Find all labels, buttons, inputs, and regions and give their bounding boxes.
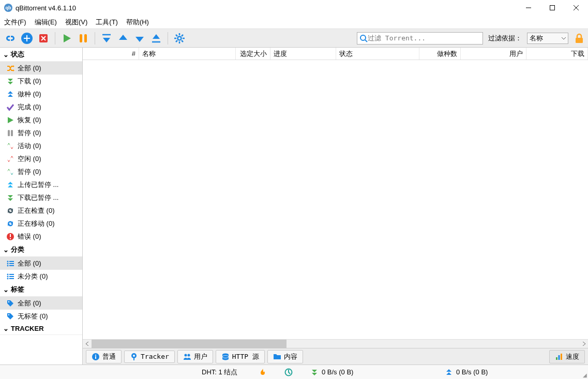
filter-input-container[interactable] — [357, 32, 483, 45]
status-firewall-icon[interactable] — [259, 368, 267, 376]
svg-point-45 — [133, 355, 135, 357]
tab-content[interactable]: 内容 — [267, 350, 303, 363]
status-dht[interactable]: DHT: 1 结点 — [202, 368, 237, 377]
sidebar-item-seeding[interactable]: 做种 (0) — [0, 88, 82, 100]
column-progress[interactable]: 进度 — [270, 48, 336, 60]
scrollbar-thumb[interactable] — [92, 340, 287, 348]
sidebar-item-label: 正在检查 (0) — [18, 206, 55, 215]
sidebar-item-label: 恢复 (0) — [18, 115, 41, 125]
column-name[interactable]: 名称 — [139, 48, 236, 60]
sidebar-item-label: 暂停 (0) — [18, 128, 41, 138]
sidebar-item-label: 完成 (0) — [18, 103, 41, 112]
menu-edit[interactable]: 编辑(E) — [35, 18, 57, 27]
upload-blue-icon — [6, 181, 14, 189]
move-top-button[interactable] — [99, 31, 114, 46]
sidebar-item-all[interactable]: 全部 (0) — [0, 62, 82, 75]
svg-line-18 — [176, 40, 177, 42]
tab-general[interactable]: 普通 — [86, 350, 122, 363]
status-download-speed[interactable]: 0 B/s (0 B) — [310, 368, 353, 376]
separator — [55, 32, 55, 45]
sidebar-item-cat-none[interactable]: 未分类 (0) — [0, 270, 82, 283]
tab-tracker[interactable]: Tracker — [124, 351, 175, 363]
sidebar-item-label: 错误 (0) — [18, 232, 41, 241]
pause-icon — [6, 129, 14, 137]
sidebar-item-active[interactable]: 活动 (0) — [0, 139, 82, 152]
svg-point-19 — [360, 35, 366, 40]
sidebar-item-label: 活动 (0) — [18, 141, 41, 151]
pause-button[interactable] — [76, 31, 91, 46]
svg-rect-21 — [576, 38, 583, 43]
sidebar-item-moving[interactable]: 正在移动 (0) — [0, 217, 82, 230]
sidebar-item-paused[interactable]: 暂停 (0) — [0, 126, 82, 139]
sidebar: ⌄状态 全部 (0) 下载 (0) 做种 (0) 完成 (0) 恢复 (0) 暂… — [0, 48, 83, 365]
resize-grip[interactable]: ◢ — [583, 372, 587, 378]
table-header: # 名称 选定大小 进度 状态 做种数 用户 下载 — [83, 48, 588, 60]
move-bottom-button[interactable] — [149, 31, 163, 46]
refresh-icon — [6, 207, 14, 215]
pin-icon — [130, 353, 138, 361]
menu-view[interactable]: 视图(V) — [65, 18, 87, 27]
svg-point-47 — [187, 354, 190, 356]
scroll-left-button[interactable] — [83, 340, 92, 348]
minimize-button[interactable] — [517, 0, 540, 16]
sidebar-item-tag-all[interactable]: 全部 (0) — [0, 297, 82, 310]
column-status[interactable]: 状态 — [336, 48, 419, 60]
sidebar-header-tags[interactable]: ⌄标签 — [0, 283, 82, 297]
column-peers[interactable]: 用户 — [461, 48, 526, 60]
settings-button[interactable] — [172, 31, 187, 46]
scroll-right-button[interactable] — [579, 340, 588, 348]
column-seeds[interactable]: 做种数 — [419, 48, 461, 60]
sidebar-item-checking[interactable]: 正在检查 (0) — [0, 204, 82, 217]
sidebar-item-tag-none[interactable]: 无标签 (0) — [0, 310, 82, 323]
status-altspeed-icon[interactable] — [284, 368, 293, 376]
column-down[interactable]: 下载 — [526, 48, 588, 60]
menu-help[interactable]: 帮助(H) — [126, 18, 149, 27]
sidebar-item-resumed[interactable]: 恢复 (0) — [0, 113, 82, 126]
lock-button[interactable] — [574, 33, 585, 44]
move-up-button[interactable] — [116, 31, 130, 46]
sidebar-header-status[interactable]: ⌄状态 — [0, 48, 82, 62]
database-icon — [221, 353, 230, 361]
column-size[interactable]: 选定大小 — [236, 48, 270, 60]
tab-speed[interactable]: 速度 — [549, 350, 585, 363]
filter-input[interactable] — [368, 34, 480, 42]
menu-file[interactable]: 文件(F) — [4, 18, 26, 27]
maximize-button[interactable] — [540, 0, 564, 16]
sidebar-header-category[interactable]: ⌄分类 — [0, 243, 82, 257]
close-button[interactable] — [564, 0, 588, 16]
people-icon — [183, 353, 191, 361]
sidebar-item-errored[interactable]: 错误 (0) — [0, 230, 82, 243]
delete-button[interactable] — [36, 31, 51, 46]
horizontal-scrollbar[interactable] — [83, 339, 588, 348]
table-body[interactable] — [83, 60, 588, 339]
add-file-button[interactable] — [20, 31, 34, 46]
chart-icon — [555, 353, 563, 361]
menu-tools[interactable]: 工具(T) — [96, 18, 118, 27]
sidebar-header-tracker[interactable]: ⌄TRACKER — [0, 323, 82, 335]
sidebar-item-inactive[interactable]: 空闲 (0) — [0, 152, 82, 165]
sidebar-item-label: 全部 (0) — [18, 299, 41, 308]
resume-button[interactable] — [59, 31, 74, 46]
sidebar-item-completed[interactable]: 完成 (0) — [0, 100, 82, 113]
sidebar-item-cat-all[interactable]: 全部 (0) — [0, 257, 82, 270]
status-upload-speed[interactable]: 0 B/s (0 B) — [445, 368, 488, 376]
tag-icon — [6, 312, 14, 320]
svg-rect-25 — [10, 234, 11, 237]
sidebar-item-stalled-up[interactable]: 上传已暂停 ... — [0, 178, 82, 191]
sidebar-item-stalled[interactable]: 暂停 (0) — [0, 165, 82, 178]
add-link-button[interactable] — [3, 31, 18, 46]
search-icon — [359, 34, 368, 42]
refresh-blue-icon — [6, 220, 14, 228]
sidebar-item-stalled-down[interactable]: 下载已暂停 ... — [0, 191, 82, 204]
column-num[interactable]: # — [83, 48, 139, 60]
sidebar-item-label: 全部 (0) — [18, 64, 41, 73]
separator — [168, 32, 168, 45]
filter-by-combo[interactable]: 名称 — [527, 33, 568, 44]
tab-peers[interactable]: 用户 — [177, 350, 213, 363]
sidebar-item-downloading[interactable]: 下载 (0) — [0, 75, 82, 88]
download-green-icon — [6, 194, 14, 202]
tab-http[interactable]: HTTP 源 — [216, 350, 265, 363]
move-down-button[interactable] — [132, 31, 147, 46]
svg-point-46 — [184, 354, 187, 356]
svg-rect-26 — [10, 238, 11, 239]
